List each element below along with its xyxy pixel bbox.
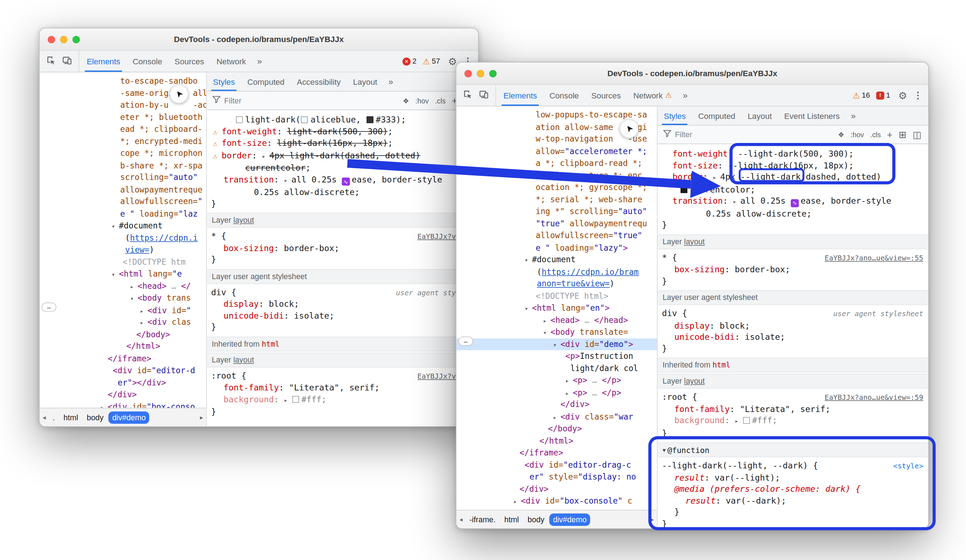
tab-styles[interactable]: Styles bbox=[207, 72, 241, 91]
style-declaration-row[interactable]: font-family: "Literata", serif; bbox=[207, 382, 478, 393]
style-declaration-row[interactable]: unicode-bidi: isolate; bbox=[657, 331, 928, 343]
style-declaration-row[interactable]: light-dark(aliceblue, #333); bbox=[207, 114, 478, 125]
inspect-element-icon[interactable] bbox=[46, 55, 56, 67]
color-swatch[interactable] bbox=[236, 116, 243, 123]
color-swatch[interactable] bbox=[292, 395, 299, 402]
expand-ellipsis-button[interactable]: … bbox=[458, 337, 473, 346]
dom-tree-row[interactable]: ▾ <html lang="en"> bbox=[456, 302, 657, 314]
dom-tree-row[interactable]: light/dark col bbox=[456, 362, 657, 374]
dom-tree-row[interactable]: *; encrypted-medi bbox=[39, 135, 206, 147]
toggle-element-state-button[interactable]: :hov bbox=[412, 97, 432, 105]
toggle-element-state-button[interactable]: :hov bbox=[848, 131, 867, 138]
dom-tree-row[interactable]: ▾ <div id="demo"> bbox=[456, 338, 657, 350]
dom-tree-row[interactable]: </iframe> bbox=[39, 352, 206, 365]
dom-tree-row[interactable]: ▸ <p> … </p> bbox=[456, 386, 657, 399]
dom-tree-row[interactable]: ing *" scrolling="auto" bbox=[456, 205, 657, 218]
more-tabs-chevron[interactable]: » bbox=[678, 85, 692, 106]
inspect-element-icon[interactable] bbox=[463, 90, 472, 101]
more-tabs-chevron[interactable]: » bbox=[846, 106, 861, 125]
color-swatch[interactable] bbox=[680, 186, 687, 193]
cascade-layers-icon[interactable]: ❖ bbox=[835, 130, 848, 139]
dom-tree-row[interactable]: ▾ #document bbox=[456, 254, 657, 266]
dom-tree-row[interactable]: ▸ <div id="box-conso bbox=[39, 401, 206, 408]
element-classes-button[interactable]: .cls bbox=[432, 97, 449, 105]
dom-tree-row[interactable]: e " loading="laz bbox=[39, 208, 206, 220]
expand-ellipsis-button[interactable]: … bbox=[41, 303, 56, 312]
dom-tree-row[interactable]: (https://cdpn.io/bram bbox=[456, 266, 657, 278]
style-declaration-row[interactable]: 0.25s allow-discrete; bbox=[207, 186, 478, 198]
layer-link[interactable]: layout bbox=[233, 216, 254, 224]
resource-link[interactable]: view= bbox=[125, 245, 149, 254]
styles-filter-input[interactable]: Filter bbox=[657, 130, 835, 139]
kebab-menu-icon[interactable]: ⋮ bbox=[911, 85, 928, 106]
breadcrumb-item-div-demo[interactable]: div#demo bbox=[549, 513, 590, 526]
stylesheet-link[interactable]: <style> bbox=[894, 462, 923, 470]
style-declaration-row[interactable]: transition: ▸ all 0.25s ∿ease, border-st… bbox=[207, 174, 478, 186]
dom-tree-row[interactable]: <div id="editor-drag-c bbox=[456, 459, 657, 471]
new-style-rule-button[interactable]: + bbox=[884, 129, 895, 140]
style-declaration-row[interactable]: font-size: --light-dark(16px, 18px); bbox=[657, 159, 928, 171]
style-declaration-row[interactable]: currentcolor; bbox=[207, 162, 478, 174]
dom-tree-row[interactable]: </div> bbox=[39, 389, 206, 401]
dom-tree-row[interactable]: ▸ <head> … </head> bbox=[456, 314, 657, 326]
dom-tree-row[interactable]: </div> bbox=[456, 483, 657, 495]
dom-tree-row[interactable]: ocation *; gyroscope *; bbox=[456, 182, 657, 193]
warn-badge[interactable]: ⚠57 bbox=[421, 57, 442, 66]
dom-tree-row[interactable]: view=) bbox=[39, 244, 206, 256]
style-declaration-row[interactable]: div {user agent stylesh bbox=[207, 286, 478, 298]
layer-link[interactable]: layout bbox=[684, 237, 705, 246]
error-badge[interactable]: ✕2 bbox=[401, 57, 418, 65]
dom-tree-row[interactable]: allowfullscreen="true" bbox=[456, 229, 657, 242]
dom-tree-row[interactable]: ▸ <div class="war bbox=[456, 411, 657, 423]
style-declaration-row[interactable]: } bbox=[657, 275, 928, 287]
color-swatch[interactable] bbox=[366, 116, 373, 123]
dom-tree-row[interactable]: <!DOCTYPE htm bbox=[39, 256, 206, 268]
style-declaration-row[interactable]: currentcolor; bbox=[657, 183, 928, 195]
resource-link[interactable]: anon=true&view= bbox=[537, 279, 610, 288]
dom-tree-row[interactable]: ead *; clipboard- bbox=[39, 123, 206, 136]
dom-tree-row[interactable]: </body> bbox=[456, 422, 657, 435]
breadcrumb-scroll-left-icon[interactable]: ◂ bbox=[39, 414, 49, 421]
styles-filter-input[interactable]: Filter bbox=[207, 96, 399, 105]
tab-styles[interactable]: Styles bbox=[657, 106, 692, 125]
dom-tree-row[interactable]: anon=true&view=) bbox=[456, 278, 657, 290]
tab-console[interactable]: Console bbox=[127, 51, 169, 72]
dom-tree-row[interactable]: ▸ <p> … </p> bbox=[456, 374, 657, 386]
dom-tree-row[interactable]: eter *; bluetooth bbox=[39, 111, 206, 123]
dom-tree-row[interactable]: </html> bbox=[39, 340, 206, 352]
style-declaration-row[interactable]: } bbox=[207, 254, 478, 265]
dom-tree-row[interactable]: </div> bbox=[456, 398, 657, 411]
dom-tree-row[interactable]: ▾ <body trans bbox=[39, 292, 206, 304]
style-declaration-row[interactable]: } bbox=[657, 219, 928, 231]
style-declaration-row[interactable]: } bbox=[657, 517, 928, 528]
dom-tree-row[interactable]: "true" allowpaymentrequ bbox=[456, 217, 657, 229]
dom-tree-row[interactable]: </html> bbox=[456, 435, 657, 447]
dom-tree-row[interactable]: scrolling="auto" bbox=[39, 171, 206, 183]
dom-tree-row[interactable]: allowfullscreen=" bbox=[39, 195, 206, 208]
tab-computed[interactable]: Computed bbox=[241, 72, 291, 91]
more-tabs-chevron[interactable]: » bbox=[252, 51, 267, 72]
breadcrumb-scroll-left-icon[interactable]: ◂ bbox=[456, 516, 466, 523]
style-declaration-row[interactable]: * {EaYBJJx?ano…ue&view=:55 bbox=[657, 251, 928, 264]
dom-tree-row[interactable]: ▾ <body translate= bbox=[456, 326, 657, 338]
breadcrumb-item-chevron[interactable]: . bbox=[49, 411, 59, 424]
breadcrumb-scroll-right-icon[interactable]: ▸ bbox=[648, 516, 657, 523]
breadcrumb-item-body[interactable]: body bbox=[83, 411, 107, 424]
layer-link[interactable]: layout bbox=[233, 355, 254, 364]
minimize-button[interactable] bbox=[60, 36, 67, 43]
style-declaration-row[interactable]: font-family: "Literata", serif; bbox=[657, 403, 928, 414]
breadcrumb-item-div-demo[interactable]: div#demo bbox=[108, 411, 150, 424]
dom-tree-row[interactable]: <div id="editor-d bbox=[39, 365, 206, 377]
style-declaration-row[interactable]: @media (prefers-color-scheme: dark) { bbox=[657, 483, 928, 495]
tab-elements[interactable]: Elements bbox=[80, 51, 127, 72]
resource-link[interactable]: https://cdpn.i bbox=[130, 233, 198, 242]
dom-tree-row[interactable]: ▸ <div id=" bbox=[39, 304, 206, 316]
quick-styles-icon[interactable]: ⊞ bbox=[895, 129, 910, 140]
source-link[interactable]: EaYBJJx?ano…ue&view=:55 bbox=[825, 253, 923, 262]
tab-computed[interactable]: Computed bbox=[692, 106, 742, 125]
cascade-layers-icon[interactable]: ❖ bbox=[400, 96, 412, 105]
element-classes-button[interactable]: .cls bbox=[867, 131, 884, 138]
dom-tree-row[interactable]: <p>Instruction bbox=[456, 350, 657, 362]
style-declaration-row[interactable]: :root {EaYBJJx?ano…ue&view=:59 bbox=[657, 391, 928, 403]
device-toolbar-icon[interactable] bbox=[62, 55, 72, 67]
